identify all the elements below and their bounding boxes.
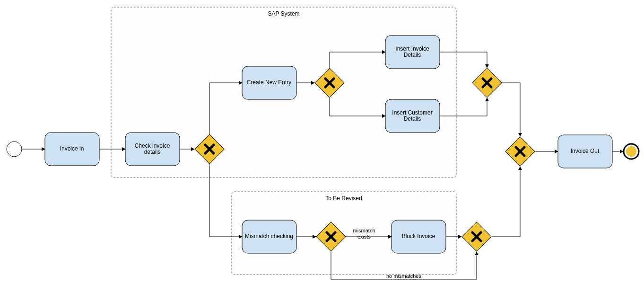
task-invoice-out: Invoice Out [558, 135, 612, 168]
gateway-merge-details [472, 68, 502, 98]
task-mismatch-checking: Mismatch checking [242, 220, 296, 253]
flow-merge-details-to-final [502, 83, 520, 136]
task-check-invoice-details: Check invoicedetails [125, 133, 180, 166]
task-mismatch-checking-label: Mismatch checking [245, 233, 293, 240]
lane-sap-system-title: SAP System [268, 10, 299, 17]
task-create-new-entry: Create New Entry [242, 66, 296, 99]
lane-to-be-revised-title: To Be Revised [325, 195, 362, 202]
start-event [7, 142, 22, 157]
task-insert-invoice-details: Insert InvoiceDetails [385, 36, 440, 69]
task-block-invoice: Block Invoice [392, 220, 446, 253]
task-create-new-entry-label: Create New Entry [247, 79, 292, 86]
task-invoice-in: Invoice in [45, 133, 99, 166]
task-block-invoice-label: Block Invoice [402, 233, 435, 240]
end-event [624, 144, 639, 159]
task-invoice-out-label: Invoice Out [571, 148, 600, 154]
flow-mergelower-to-final [492, 167, 520, 237]
gateway-final-merge [505, 137, 535, 166]
svg-point-15 [626, 146, 636, 157]
task-insert-customer-details: Insert CustomerDetails [385, 99, 440, 133]
task-invoice-in-label: Invoice in [60, 145, 84, 152]
edge-label-no-mismatches: no mismatches [386, 273, 421, 279]
gateway-merge-lower [462, 222, 491, 251]
